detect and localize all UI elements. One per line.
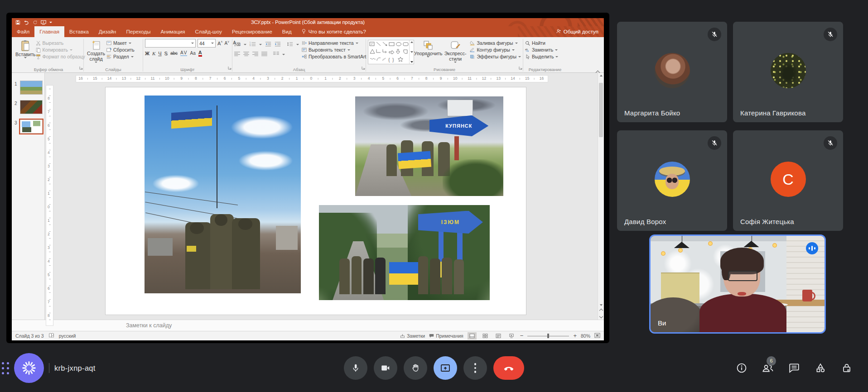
- layout-button[interactable]: Макет: [106, 40, 135, 46]
- normal-view-button[interactable]: [468, 332, 477, 339]
- ribbon-tab[interactable]: Слайд-шоу: [190, 26, 227, 37]
- fit-to-window-button[interactable]: [594, 333, 600, 339]
- font-style-button[interactable]: АV: [180, 50, 187, 56]
- meeting-details-button[interactable]: [735, 362, 747, 374]
- raise-hand-button[interactable]: [404, 356, 427, 380]
- shape-outline-button[interactable]: Контур фигуры: [470, 47, 521, 53]
- save-icon[interactable]: [15, 20, 20, 25]
- undo-icon[interactable]: [24, 20, 29, 25]
- slideshow-view-button[interactable]: [507, 332, 516, 339]
- ribbon-tab[interactable]: Рецензирование: [227, 26, 277, 37]
- previous-slide-button[interactable]: [599, 309, 603, 312]
- end-call-button[interactable]: [493, 356, 524, 380]
- font-style-button[interactable]: Ч: [158, 51, 161, 56]
- shapes-gallery[interactable]: { }: [368, 40, 414, 64]
- increase-indent-button[interactable]: [275, 40, 281, 48]
- scroll-up-arrow[interactable]: [600, 75, 603, 76]
- decrease-indent-button[interactable]: [265, 40, 271, 48]
- ribbon-tab[interactable]: Вид: [277, 26, 297, 37]
- reading-view-button[interactable]: [494, 332, 503, 339]
- smartart-button[interactable]: Преобразовать в SmartArt: [302, 54, 371, 59]
- bullets-button[interactable]: [234, 40, 241, 48]
- format-painter-button[interactable]: Формат по образцу: [36, 54, 85, 59]
- microphone-button[interactable]: [344, 356, 367, 380]
- show-everyone-button[interactable]: 6: [762, 362, 774, 374]
- participant-tile[interactable]: Маргарита Бойко: [617, 22, 727, 122]
- align-right-button[interactable]: [252, 50, 258, 58]
- numbering-caret[interactable]: [259, 44, 262, 45]
- slide-thumbnail-image[interactable]: [20, 120, 43, 134]
- font-style-button[interactable]: Аа: [190, 51, 195, 56]
- line-spacing-button[interactable]: [287, 40, 293, 48]
- participant-tile[interactable]: ССофія Житецька: [733, 130, 843, 231]
- self-view-tile[interactable]: Ви: [649, 234, 826, 334]
- shrink-font-button[interactable]: A˅: [224, 40, 229, 46]
- quick-styles-button[interactable]: Экспресс-стили: [443, 39, 468, 63]
- zoom-percentage[interactable]: 80%: [581, 333, 590, 339]
- align-center-button[interactable]: [243, 50, 249, 58]
- slide-thumbnail[interactable]: 3: [12, 120, 44, 139]
- slide-thumbnail-image[interactable]: [20, 100, 43, 114]
- zoom-slider-thumb[interactable]: [547, 334, 549, 338]
- slide-sorter-view-button[interactable]: [481, 332, 490, 339]
- ribbon-tab[interactable]: Вставка: [64, 26, 94, 37]
- camera-button[interactable]: [374, 356, 397, 380]
- tell-me-box[interactable]: Что вы хотите сделать?: [297, 26, 371, 37]
- text-direction-button[interactable]: Направление текста: [302, 40, 371, 46]
- paste-button[interactable]: Вставить: [15, 39, 36, 58]
- more-options-button[interactable]: [463, 356, 487, 380]
- ribbon-tab[interactable]: Файл: [12, 26, 34, 37]
- screen-share-tile[interactable]: ЗСУ.pptx - PowerPoint (Сбой активации пр…: [6, 13, 609, 343]
- align-left-button[interactable]: [234, 50, 240, 58]
- photo-flag-raising[interactable]: [145, 96, 301, 293]
- section-button[interactable]: Раздел: [106, 54, 135, 59]
- shape-fill-button[interactable]: Заливка фигуры: [470, 40, 521, 46]
- font-size-combo[interactable]: 44: [198, 39, 216, 48]
- new-slide-button[interactable]: Создать слайд: [86, 39, 106, 63]
- ribbon-tab[interactable]: Переходы: [121, 26, 155, 37]
- grow-font-button[interactable]: A˄: [217, 40, 222, 46]
- ribbon-tab[interactable]: Анимация: [155, 26, 190, 37]
- drawing-dialog-launcher[interactable]: [519, 63, 522, 72]
- justify-button[interactable]: [261, 50, 267, 58]
- zoom-slider[interactable]: [527, 333, 569, 339]
- notes-toggle-button[interactable]: Заметки: [400, 333, 425, 339]
- bullets-caret[interactable]: [244, 44, 246, 45]
- ribbon-tab[interactable]: Дизайн: [94, 26, 121, 37]
- chat-button[interactable]: [788, 362, 800, 374]
- redo-icon[interactable]: [33, 20, 38, 25]
- shapes-scrollbar[interactable]: [409, 40, 414, 64]
- clipboard-dialog-launcher[interactable]: [79, 63, 83, 72]
- photo-kupyansk-sign[interactable]: КУПЯНСК: [355, 96, 503, 196]
- participant-tile[interactable]: Катерина Гаврикова: [733, 22, 843, 122]
- present-screen-button[interactable]: [434, 356, 457, 380]
- host-controls-button[interactable]: [840, 362, 853, 374]
- font-style-button[interactable]: abc: [170, 51, 178, 56]
- activities-button[interactable]: [814, 362, 826, 374]
- participant-tile[interactable]: Давид Ворох: [617, 130, 727, 231]
- customize-qat-caret[interactable]: [49, 22, 52, 23]
- cut-button[interactable]: Вырезать: [36, 40, 85, 46]
- zoom-in-button[interactable]: +: [573, 334, 577, 338]
- replace-button[interactable]: ab Заменить: [525, 47, 558, 53]
- font-style-button[interactable]: К: [152, 51, 155, 56]
- font-style-button[interactable]: S: [164, 51, 168, 56]
- slide-thumbnail-image[interactable]: [20, 81, 43, 95]
- scrollbar-thumb[interactable]: [599, 83, 603, 137]
- vertical-scrollbar[interactable]: [598, 73, 604, 320]
- language-indicator[interactable]: русский: [59, 333, 76, 339]
- columns-button[interactable]: [273, 50, 279, 58]
- shape-effects-button[interactable]: Эффекты фигуры: [470, 54, 521, 59]
- notes-pane[interactable]: Заметки к слайду: [12, 320, 604, 331]
- reset-button[interactable]: Сбросить: [106, 47, 135, 53]
- slideshow-from-start-icon[interactable]: [41, 20, 46, 25]
- paragraph-dialog-launcher[interactable]: [362, 63, 365, 72]
- comments-toggle-button[interactable]: Примечания: [429, 333, 463, 339]
- spellcheck-icon[interactable]: [48, 333, 54, 339]
- slide-canvas[interactable]: КУПЯНСК: [106, 87, 526, 315]
- next-slide-button[interactable]: [599, 315, 603, 318]
- arrange-button[interactable]: Упорядочить: [414, 39, 443, 57]
- numbering-button[interactable]: 123: [250, 40, 256, 48]
- font-dialog-launcher[interactable]: [228, 63, 231, 72]
- find-button[interactable]: Найти: [525, 40, 558, 46]
